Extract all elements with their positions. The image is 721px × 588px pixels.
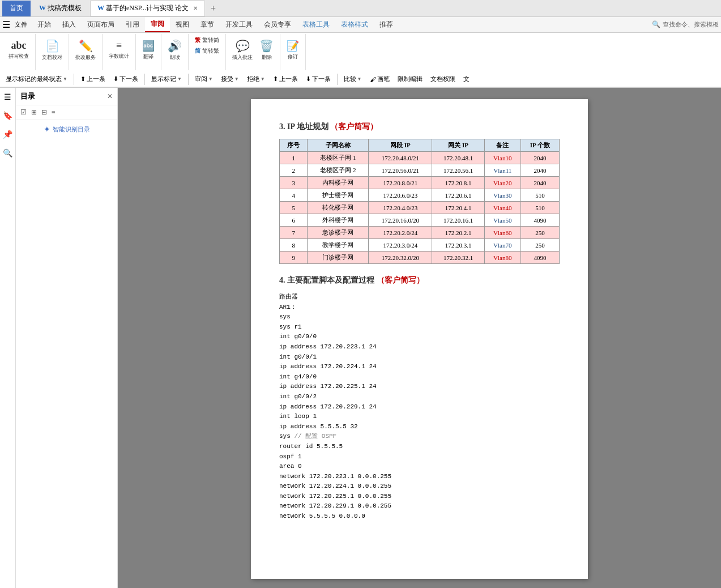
accept-btn[interactable]: 接受 ▼ [217,74,242,84]
search-label[interactable]: 查找命令、搜索模板 [663,20,719,29]
delete-btn[interactable]: 🗑️ 删除 [257,35,276,65]
doc-rights-btn[interactable]: 文档权限 [427,74,459,84]
compare-label: 比较 [344,75,356,83]
display-status-arrow: ▼ [63,76,67,82]
cell-name: 急诊楼子网 [308,227,369,239]
wordcount-btn[interactable]: ≡ 字数统计 [106,35,132,65]
next-mark-btn[interactable]: ⬇ 下一条 [110,74,142,84]
separator1 [74,74,74,85]
doc-rights-label: 文档权限 [430,75,455,83]
prev-mark-btn[interactable]: ⬆ 上一条 [77,74,109,84]
toc-toolbar-list[interactable]: ≡ [50,107,57,118]
tab-review[interactable]: 审阅 [145,17,170,32]
tab-home[interactable]: 首页 [2,1,31,16]
comment-icon: 💬 [236,39,250,53]
track-btn[interactable]: 📝 修订 [284,35,302,65]
section3-title: 3. IP 地址规划 [279,122,328,131]
restrict-edit-btn[interactable]: 限制编辑 [394,74,426,84]
code-comment: // 配置 OSPF [294,433,336,440]
cell-cidr: 172.20.8.0/21 [369,177,432,189]
cell-vlan: Vlan20 [484,177,521,189]
col-name: 子网名称 [308,139,369,152]
tab-tabletools[interactable]: 表格工具 [297,18,335,32]
cell-num: 2 [280,164,308,177]
reject-arrow: ▼ [261,76,265,82]
code-line: int g0/0/2 [279,392,560,402]
reject-btn[interactable]: 拒绝 ▼ [244,74,268,84]
doc-area[interactable]: 3. IP 地址规划 （客户简写） 序号 子网名称 网段 IP 网关 IP 备注… [118,88,721,588]
wordcount-label: 字数统计 [109,53,129,60]
display-status-btn[interactable]: 显示标记的最终状态 ▼ [2,74,71,84]
accept-label: 接受 [221,75,233,83]
bookmark-icon[interactable]: 🔖 [3,111,12,121]
insertcomment-btn[interactable]: 💬 插入批注 [229,35,255,65]
reject-label: 拒绝 [247,75,259,83]
spellcheck-label: 拼写检查 [8,53,29,60]
tab-chapter[interactable]: 章节 [195,18,220,32]
cell-num: 6 [280,214,308,227]
review-mode-btn[interactable]: 审阅 ▼ [191,74,216,84]
code-line: sys r1 [279,322,560,333]
cell-name: 门诊楼子网 [308,252,369,264]
tab-view[interactable]: 视图 [170,18,195,32]
simp-btn[interactable]: 简 简转繁 [192,46,222,56]
menu-icon[interactable]: ☰ [2,19,10,30]
tab-template[interactable]: W 找稿壳模板 [32,1,89,16]
tab-pagelayout[interactable]: 页面布局 [82,18,120,32]
brush-btn[interactable]: 🖌 画笔 [366,74,393,84]
tab-insert[interactable]: 插入 [57,18,82,32]
toc-toolbar-expand[interactable]: ⊞ [30,107,38,118]
spellcheck-btn[interactable]: abc 拼写检查 [6,35,32,65]
doccheck-btn[interactable]: 📄 文档校对 [39,35,65,65]
tab-tablestyle[interactable]: 表格样式 [335,18,374,32]
delete-label: 删除 [262,54,272,61]
prev2-btn[interactable]: ⬆ 上一条 [270,74,301,84]
next2-btn[interactable]: ⬇ 下一条 [302,74,334,84]
batch-btn[interactable]: ✏️ 批改服务 [72,35,99,65]
file-menu[interactable]: 文件 [15,20,27,29]
code-line: ospf 1 [279,452,560,462]
tab-start[interactable]: 开始 [32,18,57,32]
table-row: 4 护士楼子网 172.20.6.0/23 172.20.6.1 Vlan30 … [280,189,560,202]
wordcount-icon: ≡ [116,40,122,52]
review-mode-arrow: ▼ [208,76,213,82]
showmark-label: 显示标记 [151,75,176,83]
toc-close-btn[interactable]: ✕ [107,92,113,101]
batch-label: 批改服务 [75,54,96,61]
doccheck-icon: 📄 [45,39,59,53]
cell-num: 7 [280,227,308,239]
table-row: 3 内科楼子网 172.20.8.0/21 172.20.8.1 Vlan20 … [280,177,560,189]
pin-icon[interactable]: 📌 [3,130,12,139]
cell-gateway: 172.20.3.1 [432,239,484,252]
tab-reference[interactable]: 引用 [120,18,145,32]
tab-recommend[interactable]: 推荐 [374,18,399,32]
search-nav-icon[interactable]: 🔍 [3,148,12,158]
tab-doc[interactable]: W 基于的eNSP...计与实现 论文 ✕ [90,1,205,16]
prev-mark-icon: ⬆ [80,75,86,83]
tab-vip[interactable]: 会员专享 [258,18,297,32]
translate-btn[interactable]: 🔤 翻译 [139,35,157,65]
group-wordcount: ≡ 字数统计 [103,34,136,70]
readaloud-btn[interactable]: 🔊 朗读 [165,35,185,65]
showmark-btn[interactable]: 显示标记 ▼ [148,74,185,84]
tab-devtools[interactable]: 开发工具 [220,18,258,32]
smart-toc-btn[interactable]: ✦ 智能识别目录 [16,120,117,139]
compare-arrow: ▼ [357,76,362,82]
compare-btn[interactable]: 比较 ▼ [340,74,365,84]
trad-btn[interactable]: 繁 繁转简 [192,35,222,45]
cell-cidr: 172.20.16.0/20 [369,214,432,227]
doc-tab-close[interactable]: ✕ [193,5,198,11]
toc-toolbar-check[interactable]: ☑ [19,107,28,118]
code-line: area 0 [279,462,560,472]
toc-nav-icon[interactable]: ☰ [4,92,11,102]
code-line: ip address 172.20.223.1 24 [279,342,560,352]
toc-panel: 目录 ✕ ☑ ⊞ ⊟ ≡ ✦ 智能识别目录 [16,88,118,588]
add-tab-button[interactable]: + [206,3,220,14]
group-translate: 🔤 翻译 [136,34,161,70]
cell-vlan: Vlan10 [484,152,521,164]
col-gateway: 网关 IP [432,139,484,152]
toc-toolbar-collapse[interactable]: ⊟ [40,107,48,118]
extra-btn[interactable]: 文 [460,74,473,84]
separator4 [337,74,338,85]
cell-cidr: 172.20.3.0/24 [369,239,432,252]
